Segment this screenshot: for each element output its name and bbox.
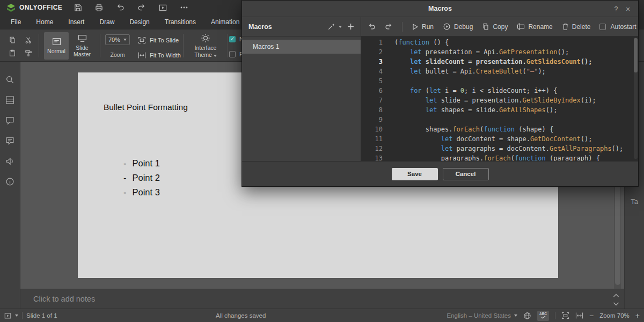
line-number: 5	[361, 76, 383, 86]
undo-button[interactable]	[116, 4, 125, 11]
rename-macro-button[interactable]: Rename	[517, 23, 552, 31]
copy-macro-button[interactable]: Copy	[482, 23, 508, 31]
run-button[interactable]: Run	[412, 23, 434, 31]
rename-label: Rename	[528, 23, 552, 31]
slide-master-button[interactable]: Slide Master	[70, 32, 94, 60]
fit-to-slide-label: Fit To Slide	[150, 37, 179, 43]
fit-to-slide-button[interactable]: Fit To Slide	[138, 36, 179, 44]
check-icon	[541, 316, 546, 319]
notes-placeholder[interactable]: Click to add notes	[33, 295, 95, 303]
start-slideshow-icon[interactable]	[4, 312, 11, 319]
save-button[interactable]	[74, 4, 82, 12]
code-text: for (let i = 0; i < slideCount; i++) {	[394, 86, 557, 96]
zoom-dropdown[interactable]: 70%	[105, 34, 130, 45]
next-slide-icon[interactable]	[612, 300, 620, 308]
dialog-toolbar: Macros Run Debug	[242, 17, 638, 36]
more-options-button[interactable]	[180, 3, 188, 12]
editor-undo-button[interactable]	[368, 23, 376, 30]
language-label: English – United States	[447, 312, 511, 319]
bullet-text: Point 2	[133, 171, 160, 185]
save-macro-button[interactable]: Save	[392, 168, 438, 180]
help-button[interactable]: ?	[611, 1, 621, 17]
fit-to-width-icon[interactable]	[575, 312, 583, 319]
macro-list-item[interactable]: Macros 1	[242, 40, 361, 54]
fit-to-slide-icon[interactable]	[561, 312, 569, 319]
slide-nav-buttons	[612, 291, 620, 308]
chevron-down-icon	[123, 39, 127, 41]
spell-check-toggle[interactable]: ABC	[537, 311, 549, 321]
line-number: 11	[361, 134, 383, 144]
code-line: 6 for (let i = 0; i < slideCount; i++) {	[361, 86, 633, 96]
bullet-item[interactable]: -Point 2	[123, 171, 160, 185]
code-text: let bullet = Api.CreateBullet("–");	[394, 67, 546, 76]
slide-master-icon	[78, 34, 87, 42]
code-text: paragraphs.forEach(function (paragraph) …	[394, 153, 600, 161]
close-icon[interactable]: ×	[623, 1, 633, 17]
search-icon[interactable]	[4, 74, 16, 85]
run-label: Run	[422, 23, 434, 31]
add-macro-button[interactable]	[347, 23, 354, 30]
copy-icon[interactable]	[4, 34, 20, 47]
code-text: let paragraphs = docContent.GetAllParagr…	[394, 144, 623, 153]
normal-view-button[interactable]: Normal	[44, 32, 69, 60]
feedback-icon[interactable]	[4, 155, 16, 167]
cancel-button[interactable]: Cancel	[443, 168, 489, 180]
paste-icon[interactable]	[4, 47, 20, 60]
logo-icon	[6, 3, 16, 12]
copy-style-icon[interactable]	[20, 47, 36, 60]
debug-icon	[443, 23, 451, 31]
macro-wand-button[interactable]	[327, 23, 342, 31]
bullet-item[interactable]: -Point 1	[123, 156, 160, 171]
tab-design[interactable]: Design	[122, 15, 157, 30]
tab-home[interactable]: Home	[28, 15, 61, 30]
comments-icon[interactable]	[4, 114, 16, 126]
editor-redo-button[interactable]	[385, 23, 393, 30]
code-editor[interactable]: 1(function () {2 let presentation = Api.…	[361, 36, 638, 161]
fit-to-width-button[interactable]: Fit To Width	[138, 52, 181, 59]
code-line: 1(function () {	[361, 38, 633, 47]
start-slideshow-button[interactable]	[159, 4, 167, 12]
slide-title-textbox[interactable]: Bullet Point Formatting	[104, 103, 188, 112]
rename-icon	[517, 23, 525, 30]
editor-scrollbar-thumb[interactable]	[634, 38, 638, 72]
tab-insert[interactable]: Insert	[61, 15, 92, 30]
code-text: let slide = presentation.GetSlideByIndex…	[394, 96, 596, 105]
checkbox-box	[229, 51, 236, 57]
line-number: 12	[361, 144, 383, 153]
bullet-list[interactable]: -Point 1-Point 2-Point 3	[123, 156, 160, 200]
line-number: 7	[361, 96, 383, 105]
previous-slide-icon[interactable]	[612, 291, 620, 299]
document-language-icon[interactable]	[523, 312, 531, 320]
redo-button[interactable]	[137, 4, 146, 11]
tab-draw[interactable]: Draw	[92, 15, 122, 30]
dialog-title: Macros	[428, 5, 452, 12]
delete-label: Delete	[572, 23, 591, 31]
print-button[interactable]	[95, 4, 103, 12]
tab-animation[interactable]: Animation	[203, 15, 247, 30]
toolbar-separator	[100, 34, 100, 57]
zoom-in-button[interactable]: +	[635, 312, 640, 319]
autostart-label: Autostart	[610, 23, 636, 31]
bullet-item[interactable]: -Point 3	[123, 185, 160, 200]
interface-theme-button[interactable]: Interface Theme	[186, 33, 225, 59]
slide-master-label: Slide Master	[70, 45, 94, 57]
debug-button[interactable]: Debug	[443, 23, 473, 31]
delete-macro-button[interactable]: Delete	[562, 23, 591, 31]
code-line: 5	[361, 76, 633, 86]
cut-icon[interactable]	[20, 34, 36, 47]
tab-transitions[interactable]: Transitions	[157, 15, 203, 30]
status-left: Slide 1 of 1	[4, 309, 57, 322]
about-icon[interactable]	[4, 175, 16, 187]
chevron-down-icon[interactable]	[15, 314, 18, 317]
tab-file[interactable]: File	[3, 15, 28, 30]
autostart-checkbox[interactable]: Autostart	[599, 23, 638, 31]
editor-scrollbar[interactable]	[634, 38, 638, 159]
normal-view-icon	[52, 38, 61, 46]
toolbar-separator	[228, 34, 228, 57]
slide-thumbnails-icon[interactable]	[4, 94, 16, 106]
text-art-settings-icon[interactable]: Ta	[625, 197, 644, 206]
chat-icon[interactable]	[4, 135, 16, 147]
language-selector[interactable]: English – United States	[447, 312, 517, 319]
dialog-header[interactable]: Macros ? ×	[242, 1, 638, 17]
zoom-out-button[interactable]: −	[589, 312, 594, 319]
